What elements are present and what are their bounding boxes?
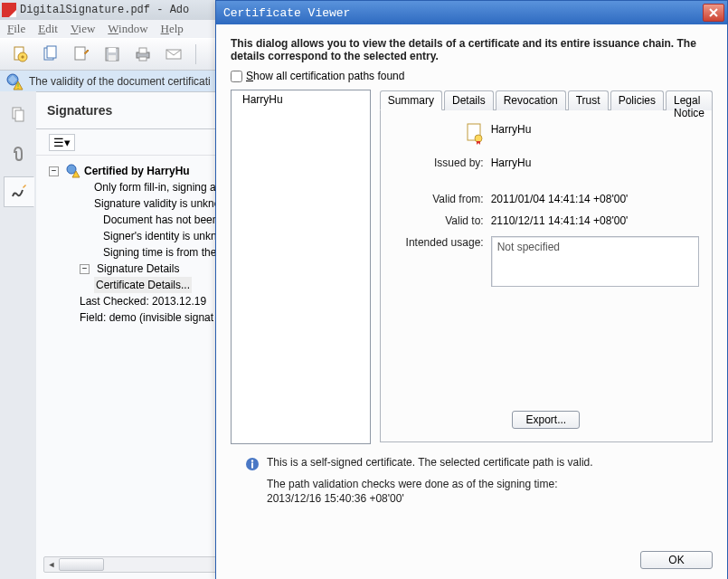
menu-window[interactable]: Window <box>108 22 147 36</box>
dialog-body: This dialog allows you to view the detai… <box>216 24 727 579</box>
spacer <box>393 178 699 184</box>
close-icon <box>709 8 718 17</box>
cert-subject: HarryHu <box>491 123 699 136</box>
certification-text: The validity of the document certificati <box>29 75 211 88</box>
tool-combine[interactable] <box>40 43 61 65</box>
valid-from-value: 2011/01/04 14:41:14 +08'00' <box>491 193 699 205</box>
svg-rect-4 <box>75 47 85 60</box>
close-button[interactable] <box>703 4 724 22</box>
cert-details-pane: Summary Details Revocation Trust Policie… <box>380 90 713 442</box>
nav-pages[interactable] <box>4 100 33 129</box>
svg-point-23 <box>251 460 253 461</box>
valid-from-label: Valid from: <box>393 193 484 205</box>
certificate-icon <box>466 123 484 145</box>
collapse-icon[interactable]: − <box>49 166 59 176</box>
tree-certified-label: Certified by HarryHu <box>84 163 190 179</box>
show-all-paths-checkbox[interactable] <box>231 71 242 82</box>
certificate-viewer-dialog: Certificate Viewer This dialog allows yo… <box>215 0 728 579</box>
adobe-icon <box>2 3 16 17</box>
cert-chain-item[interactable]: HarryHu <box>232 90 370 109</box>
cert-icon-cell <box>393 123 484 147</box>
svg-rect-15 <box>18 88 19 89</box>
svg-rect-17 <box>15 110 24 121</box>
tab-trust[interactable]: Trust <box>568 90 609 110</box>
intended-usage-box: Not specified <box>491 236 699 287</box>
cert-tabs: Summary Details Revocation Trust Policie… <box>380 90 713 109</box>
scroll-left-icon[interactable]: ◄ <box>44 557 59 572</box>
nav-signatures[interactable] <box>4 176 34 207</box>
issued-by-value: HarryHu <box>491 157 699 169</box>
footer-line1: This is a self-signed certificate. The s… <box>267 455 593 470</box>
svg-rect-10 <box>139 57 147 61</box>
svg-point-18 <box>67 165 76 174</box>
tab-legal[interactable]: Legal Notice <box>666 90 713 110</box>
scroll-thumb[interactable] <box>59 558 104 571</box>
rosette-small-icon <box>66 164 80 178</box>
svg-rect-24 <box>251 463 253 469</box>
options-dropdown[interactable]: ☰▾ <box>49 134 75 151</box>
dialog-footer-info: This is a self-signed certificate. The s… <box>231 451 713 506</box>
tree-sig-details-label: Signature Details <box>97 261 179 277</box>
adobe-title-text: DigitalSignature.pdf - Ado <box>20 4 189 16</box>
dialog-titlebar[interactable]: Certificate Viewer <box>216 1 727 24</box>
valid-to-value: 2110/12/11 14:41:14 +08'00' <box>491 214 699 227</box>
menu-edit[interactable]: Edit <box>38 22 58 36</box>
menu-view[interactable]: View <box>71 22 95 36</box>
show-all-paths-label: Show all certification paths found <box>246 70 404 82</box>
show-all-paths-row[interactable]: Show all certification paths found <box>231 70 713 82</box>
footer-line2b: 2013/12/16 15:40:36 +08'00' <box>267 491 593 506</box>
issued-by-label: Issued by: <box>393 157 484 169</box>
tab-revocation[interactable]: Revocation <box>496 90 566 110</box>
menu-file[interactable]: File <box>7 22 25 36</box>
dialog-intro: This dialog allows you to view the detai… <box>231 37 713 62</box>
tab-summary[interactable]: Summary <box>380 90 442 110</box>
tab-policies[interactable]: Policies <box>610 90 664 110</box>
intended-usage-label: Intended usage: <box>393 236 484 249</box>
tool-print[interactable] <box>132 43 154 65</box>
svg-rect-7 <box>109 55 116 61</box>
svg-rect-14 <box>18 83 19 87</box>
tool-save[interactable] <box>101 43 123 65</box>
toolbar-separator <box>195 44 196 64</box>
tab-summary-page: HarryHu Issued by: HarryHu Valid from: 2… <box>380 109 713 442</box>
navigation-tabs <box>0 91 37 579</box>
menu-help[interactable]: Help <box>161 22 184 36</box>
cert-chain-list[interactable]: HarryHu <box>231 90 371 444</box>
valid-to-label: Valid to: <box>393 214 484 227</box>
tool-email[interactable] <box>163 43 184 65</box>
svg-rect-3 <box>47 46 56 58</box>
rosette-warning-icon <box>5 72 24 90</box>
export-button[interactable]: Export... <box>512 411 580 429</box>
svg-rect-6 <box>109 48 116 52</box>
nav-attachments[interactable] <box>4 138 33 167</box>
footer-line2a: The path validation checks were done as … <box>267 477 593 491</box>
svg-rect-9 <box>139 48 147 53</box>
ok-button[interactable]: OK <box>640 551 713 569</box>
tool-collab[interactable] <box>71 43 92 65</box>
tool-create-pdf[interactable] <box>9 43 31 65</box>
info-icon <box>245 457 260 471</box>
collapse-icon[interactable]: − <box>80 264 90 274</box>
svg-point-21 <box>475 135 482 142</box>
tab-details[interactable]: Details <box>444 90 494 110</box>
dialog-title: Certificate Viewer <box>223 6 350 20</box>
